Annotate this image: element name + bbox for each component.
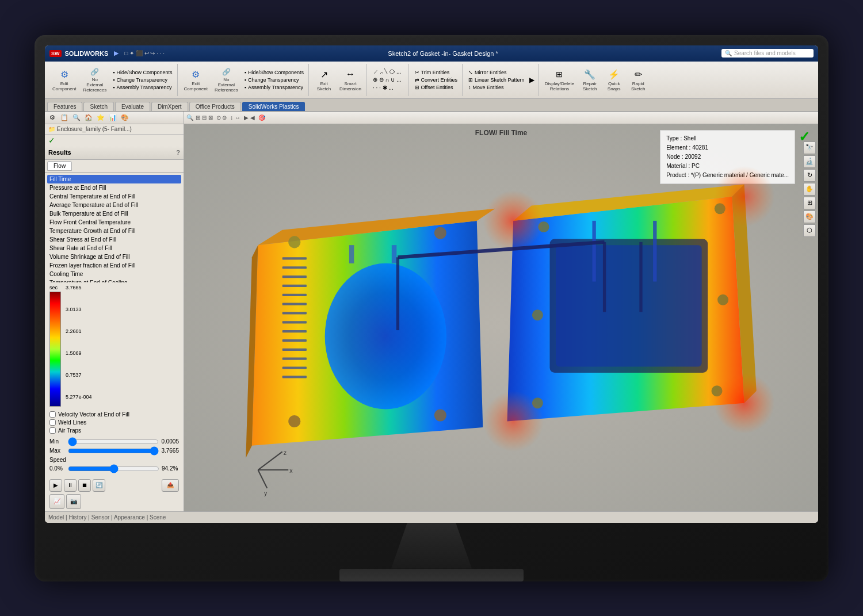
quick-snaps-btn[interactable]: ⚡ QuickSnaps [602,65,625,95]
zoom-in-icon[interactable]: 🔭 [803,141,816,154]
screen-bezel: SW SOLIDWORKS ▶ □ ✦ ⬛ ↩ ↪ · · · Sketch2 … [45,45,818,523]
result-item-temp-growth[interactable]: Temperature Growth at End of Fill [47,227,181,235]
viewport: 🔍 ⊞ ⊟ ⊠ ⊙ ⊚ ↕ ↔ ▶ ◀ 🎯 FLOW/ Fill Time Ty… [184,112,818,511]
linear-sketch-pattern-btn[interactable]: ⊞Linear Sketch Pattern [466,76,527,83]
weld-lines-checkbox[interactable] [49,419,56,426]
panel-icon-3[interactable]: 🔍 [71,112,82,123]
no-external-refs-btn-2[interactable]: 🔗 NoExternalReferences [212,65,241,95]
svg-rect-7 [282,321,307,323]
status-check: ✓ [45,135,184,146]
scale-labels: 3.7665 3.0133 2.2601 1.5069 0.7537 5.277… [66,285,92,400]
svg-rect-10 [282,348,307,350]
zoom-out-icon[interactable]: 🔬 [803,155,816,168]
results-help[interactable]: ? [176,149,180,156]
result-item-frozen-layer[interactable]: Frozen layer fraction at End of Fill [47,261,181,270]
result-item-shear-stress[interactable]: Shear Stress at End of Fill [47,235,181,244]
repair-sketch-btn[interactable]: 🔧 RepairSketch [578,65,601,95]
mirror-entities-btn[interactable]: ⤡Mirror Entities [466,69,527,76]
tab-sketch[interactable]: Sketch [83,102,114,111]
pause-btn[interactable]: ⏸ [64,479,77,492]
svg-rect-0 [282,257,307,259]
tab-features[interactable]: Features [47,102,82,111]
min-label: Min [49,438,66,445]
tab-solidworks-plastics[interactable]: SolidWorks Plastics [242,102,306,111]
smart-dimension-btn[interactable]: ↔ SmartDimension [337,65,364,95]
graph-btn[interactable]: 📈 [49,494,64,509]
velocity-vector-label: Velocity Vector at End of Fill [58,411,129,418]
result-item-central-temp[interactable]: Central Temperature at End of Fill [47,192,181,201]
tab-dimxpert[interactable]: DimXpert [151,102,188,111]
svg-rect-9 [282,339,307,341]
result-item-bulk-temp[interactable]: Bulk Temperature at End of Fill [47,209,181,218]
result-item-volume-shrink[interactable]: Volume Shrinkage at End of Fill [47,252,181,261]
convert-entities-btn[interactable]: ⇄Convert Entities [413,76,460,83]
assembly-transparency-btn-1[interactable]: ▪Assembly Transparency [110,84,174,91]
stop-btn[interactable]: ⏹ [78,479,91,492]
hide-show-components-btn-1[interactable]: ▪Hide/Show Components [110,69,174,76]
left-panel: ⚙ 📋 🔍 🏠 ⭐ 📊 🎨 📁 Enclosure_family (5- Fam… [45,112,184,511]
view-normal-icon[interactable]: ⊞ [803,197,816,209]
change-transparency-btn-1[interactable]: ▪Change Transparency [110,76,174,83]
wireframe-icon[interactable]: ⬡ [803,224,816,237]
panel-icon-6[interactable]: 📊 [108,112,118,123]
edit-component-btn-2[interactable]: ⚙ EditComponent [181,65,211,95]
result-item-shear-rate[interactable]: Shear Rate at End of Fill [47,244,181,252]
export-btn[interactable]: 📤 [162,479,179,492]
result-item-temp-cooling[interactable]: Temperature at End of Cooling [47,278,181,282]
exit-sketch-btn[interactable]: ↗ ExitSketch [312,65,335,95]
sec-label: sec [49,285,61,290]
panel-icon-5[interactable]: ⭐ [96,112,106,123]
no-external-refs-btn-1[interactable]: 🔗 NoExternalReferences [80,65,109,95]
panel-icon-1[interactable]: ⚙ [47,112,58,123]
velocity-vector-checkbox[interactable] [49,411,56,418]
result-item-fill-time[interactable]: Fill Time [47,175,181,183]
loop-btn[interactable]: 🔄 [93,479,105,492]
weld-lines-row: Weld Lines [49,419,179,426]
svg-point-33 [483,391,544,452]
result-item-cooling-time[interactable]: Cooling Time [47,270,181,278]
svg-point-16 [288,415,300,427]
rotate-icon[interactable]: ↻ [803,169,816,182]
sketch-line-tools[interactable]: ⟋ ⌒ ╲ ◯ ... [371,68,404,75]
result-item-avg-temp[interactable]: Average Temperature at End of Fill [47,201,181,209]
panel-icon-bar: ⚙ 📋 🔍 🏠 ⭐ 📊 🎨 [45,112,184,124]
color-mode-icon[interactable]: 🎨 [803,211,816,223]
assembly-transparency-btn-2[interactable]: ▪Assembly Transparency [242,84,306,91]
air-traps-checkbox[interactable] [49,427,56,434]
tab-office-products[interactable]: Office Products [189,102,241,111]
play-btn[interactable]: ▶ [49,479,62,492]
panel-icon-4[interactable]: 🏠 [83,112,94,123]
title-bar-search[interactable]: 🔍 Search files and models [721,49,814,58]
monitor-stand [391,523,472,569]
panel-icon-7[interactable]: 🎨 [120,112,130,123]
display-delete-relations-btn[interactable]: ⊞ Display/DeleteRelations [542,65,578,95]
sw-logo: SW [49,50,62,57]
svg-point-29 [532,309,543,320]
checkboxes-section: Velocity Vector at End of Fill Weld Line… [45,409,184,436]
max-slider[interactable] [68,447,159,454]
panel-icon-2[interactable]: 📋 [59,112,70,123]
svg-rect-19 [349,245,354,263]
max-label: Max [49,447,66,454]
change-transparency-btn-2[interactable]: ▪Change Transparency [242,76,306,83]
trim-entities-btn[interactable]: ✂Trim Entities [413,69,460,76]
offset-entities-btn[interactable]: ⊞Offset Entities [413,84,460,91]
pan-icon[interactable]: ✋ [803,183,816,196]
move-entities-btn[interactable]: ↕Move Entities [466,84,527,91]
rapid-sketch-btn[interactable]: ✏ RapidSketch [627,65,650,95]
edit-component-btn-1[interactable]: ⚙ EditComponent [49,65,79,95]
camera-btn[interactable]: 📷 [66,494,81,509]
velocity-vector-row: Velocity Vector at End of Fill [49,411,179,418]
speed-left-value: 0.0% [49,465,66,472]
speed-slider[interactable] [68,465,159,472]
sketch-curve-tools[interactable]: ⊕ ⊖ ∩ ∪ ... [371,76,404,83]
min-slider[interactable] [68,438,159,445]
result-item-flow-front-temp[interactable]: Flow Front Central Temperature [47,218,181,227]
flow-tab[interactable]: Flow [47,161,72,171]
result-item-pressure[interactable]: Pressure at End of Fill [47,183,181,192]
svg-rect-22 [556,245,702,366]
tab-evaluate[interactable]: Evaluate [115,102,150,111]
sketch-point-tools[interactable]: · · · ✱ ... [371,84,404,91]
hide-show-components-btn-2[interactable]: ▪Hide/Show Components [242,69,306,76]
weld-lines-label: Weld Lines [58,419,86,426]
